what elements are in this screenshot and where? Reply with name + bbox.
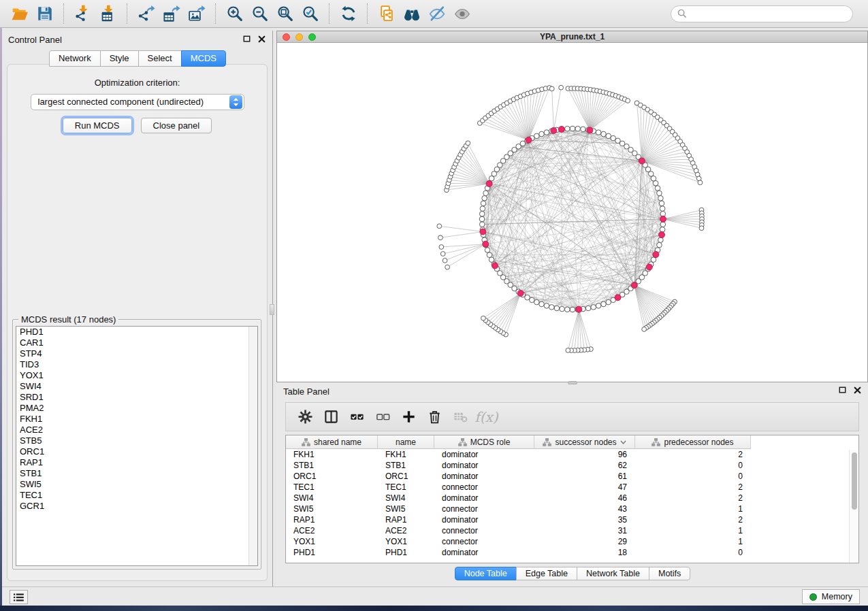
tab-node-table[interactable]: Node Table — [455, 567, 517, 580]
table-splitter-handle[interactable] — [568, 381, 577, 384]
task-history-button[interactable] — [10, 590, 28, 604]
desktop-wallpaper-edge — [0, 28, 2, 606]
deselect-all-button[interactable] — [372, 406, 393, 427]
import-network-button[interactable] — [70, 3, 95, 25]
search-icon — [677, 9, 687, 18]
float-table-icon[interactable] — [839, 386, 846, 394]
network-canvas[interactable] — [277, 43, 867, 382]
table-row[interactable]: RAP1RAP1dominator352 — [286, 514, 858, 525]
zoom-in-button[interactable] — [222, 3, 247, 25]
open-button[interactable] — [7, 3, 32, 25]
criterion-select[interactable]: largest connected component (undirected) — [31, 94, 244, 110]
tab-network[interactable]: Network — [49, 50, 101, 67]
column-header-name[interactable]: name — [378, 435, 434, 449]
search-box[interactable] — [671, 5, 853, 22]
columns-button[interactable] — [321, 406, 342, 427]
result-node[interactable]: PHD1 — [16, 327, 257, 337]
add-button[interactable] — [398, 406, 419, 427]
float-panel-icon[interactable] — [243, 35, 251, 43]
refresh-button[interactable] — [336, 3, 361, 25]
result-node[interactable]: CAR1 — [16, 337, 257, 348]
tab-mcds[interactable]: MCDS — [181, 50, 226, 67]
result-node[interactable]: SRD1 — [16, 392, 257, 403]
delete-button[interactable] — [424, 406, 445, 427]
result-node[interactable]: SWI5 — [16, 479, 257, 490]
table-row[interactable]: YOX1YOX1connector291 — [286, 536, 858, 547]
mcds-result-list[interactable]: PHD1CAR1STP4TID3YOX1SWI4SRD1PMA2FKH1ACE2… — [16, 326, 258, 566]
memory-button[interactable]: Memory — [802, 589, 860, 604]
save-button[interactable] — [32, 3, 57, 25]
result-node[interactable]: SWI4 — [16, 381, 257, 392]
table-scrollbar-thumb[interactable] — [852, 452, 857, 510]
result-list-scrollbar[interactable] — [248, 327, 257, 565]
tab-motifs[interactable]: Motifs — [649, 567, 690, 580]
result-node[interactable]: TEC1 — [16, 490, 257, 501]
table-row[interactable]: SWI5SWI5connector431 — [286, 503, 858, 514]
search-network-button[interactable] — [399, 3, 424, 25]
attribute-type-icon — [652, 438, 660, 446]
close-table-icon[interactable] — [854, 386, 861, 394]
cell-predecessor-nodes: 0 — [635, 471, 751, 482]
tab-style[interactable]: Style — [100, 50, 139, 67]
select-all-button[interactable] — [347, 406, 368, 427]
export-image-button[interactable] — [184, 3, 209, 25]
hide-selected-button[interactable] — [424, 3, 449, 25]
import-table-button[interactable] — [95, 3, 120, 25]
panel-splitter-handle[interactable] — [270, 304, 274, 315]
cell-shared-name: ORC1 — [286, 471, 378, 482]
show-all-button[interactable] — [449, 3, 475, 25]
cell-predecessor-nodes: 2 — [635, 449, 751, 460]
result-node[interactable]: ORC1 — [16, 446, 257, 457]
column-header-successor-nodes[interactable]: successor nodes — [534, 435, 635, 449]
column-header-predecessor-nodes[interactable]: predecessor nodes — [635, 435, 751, 449]
column-header-shared-name[interactable]: shared name — [286, 435, 378, 449]
result-node[interactable]: TID3 — [16, 359, 257, 370]
zoom-fit-button[interactable] — [272, 3, 298, 25]
network-clipboard-button[interactable] — [374, 3, 399, 25]
sort-indicator-icon — [620, 440, 626, 444]
tab-edge-table[interactable]: Edge Table — [516, 567, 577, 580]
table-row[interactable]: STB1STB1dominator620 — [286, 460, 858, 471]
search-input[interactable] — [691, 9, 846, 19]
table-row[interactable]: PHD1PHD1dominator180 — [286, 547, 858, 558]
maximize-window-icon[interactable] — [308, 33, 316, 41]
result-node[interactable]: PMA2 — [16, 403, 257, 414]
table-row[interactable]: TEC1TEC1connector472 — [286, 482, 858, 493]
export-table-button[interactable] — [159, 3, 184, 25]
tab-network-table[interactable]: Network Table — [577, 567, 649, 580]
table-tabs: Node TableEdge TableNetwork TableMotifs — [276, 567, 868, 580]
table-row[interactable]: FKH1FKH1dominator962 — [286, 449, 858, 460]
result-node[interactable]: FKH1 — [16, 414, 257, 425]
cell-name: SWI5 — [378, 503, 434, 514]
tab-select[interactable]: Select — [138, 50, 182, 67]
open-icon — [11, 5, 29, 22]
result-node[interactable]: STB1 — [16, 468, 257, 479]
search-network-icon — [403, 5, 421, 22]
run-mcds-button[interactable]: Run MCDS — [63, 118, 132, 133]
settings-button[interactable] — [295, 406, 316, 427]
result-node[interactable]: STB5 — [16, 435, 257, 446]
column-header-MCDS-role[interactable]: MCDS role — [434, 435, 534, 449]
minimize-window-icon[interactable] — [295, 33, 303, 41]
table-row[interactable]: ACE2ACE2connector311 — [286, 525, 858, 536]
zoom-out-button[interactable] — [247, 3, 272, 25]
result-node[interactable]: RAP1 — [16, 457, 257, 468]
cell-successor-nodes: 43 — [534, 503, 635, 514]
result-node[interactable]: ACE2 — [16, 425, 257, 435]
zoom-selected-button[interactable] — [298, 3, 323, 25]
table-scrollbar[interactable] — [849, 450, 858, 563]
import-network-icon — [74, 5, 92, 22]
export-network-button[interactable] — [133, 3, 159, 25]
cell-predecessor-nodes: 0 — [635, 460, 751, 471]
network-titlebar[interactable]: YPA_prune.txt_1 — [277, 31, 867, 43]
table-row[interactable]: ORC1ORC1dominator610 — [286, 471, 858, 482]
close-panel-icon[interactable] — [258, 35, 266, 43]
table-row[interactable]: SWI4SWI4dominator462 — [286, 493, 858, 503]
close-window-icon[interactable] — [283, 33, 290, 41]
cell-shared-name: SWI4 — [286, 493, 378, 503]
result-node[interactable]: STP4 — [16, 348, 257, 359]
result-node[interactable]: GCR1 — [16, 501, 257, 512]
close-panel-button[interactable]: Close panel — [141, 118, 212, 133]
control-panel-tabs: NetworkStyleSelectMCDS — [2, 50, 272, 67]
result-node[interactable]: YOX1 — [16, 370, 257, 381]
